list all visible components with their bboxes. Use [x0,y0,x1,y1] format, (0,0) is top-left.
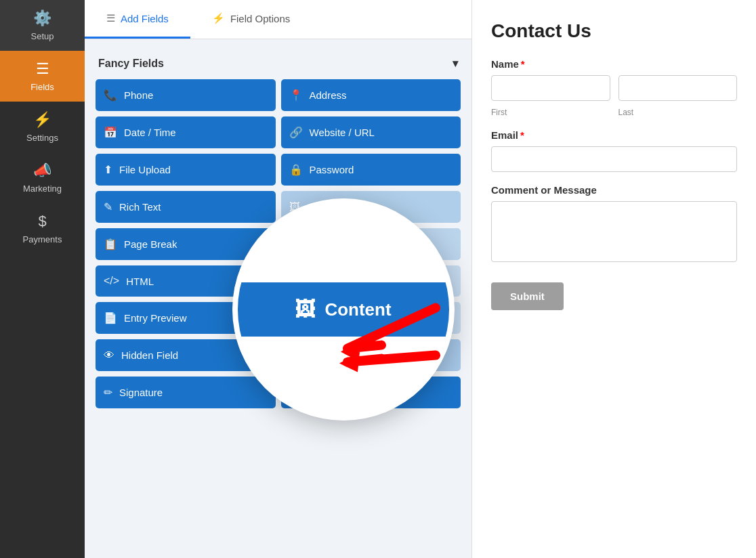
marketing-icon: 📣 [33,162,51,179]
name-inputs-row [491,75,737,101]
page-break-icon: 📋 [104,238,117,251]
hidden-field-icon: 👁 [104,349,114,362]
email-field-group: Email* [491,129,737,172]
name-required-star: * [521,58,525,70]
entry-preview-icon: 📄 [104,312,117,324]
field-file-upload-button[interactable]: ⬆ File Upload [96,154,276,186]
sidebar-item-marketing[interactable]: 📣 Marketing [0,152,85,203]
field-phone-button[interactable]: 📞 Phone [96,79,276,111]
field-signature-button[interactable]: ✏ Signature [96,377,276,408]
fields-icon: ☰ [36,60,49,78]
html-icon: </> [104,275,119,287]
name-field-group: Name* First Last [491,58,737,117]
section-header: Fancy Fields ▾ [96,50,461,79]
first-sublabel: First [491,108,610,117]
email-label: Email* [491,129,737,141]
form-preview: Contact Us Name* First Last Email* Comme… [471,0,756,558]
field-options-tab-icon: ⚡ [212,12,225,24]
form-title: Contact Us [491,20,737,42]
add-fields-tab-icon: ☰ [106,12,115,24]
field-rich-text-button[interactable]: ✎ Rich Text [96,191,276,223]
last-sublabel: Last [618,108,738,117]
password-icon: 🔒 [289,163,303,176]
address-icon: 📍 [289,89,303,102]
submit-button[interactable]: Submit [491,282,564,310]
phone-icon: 📞 [104,89,117,102]
panel-wrapper: Fancy Fields ▾ 📞 Phone 📍 Address 📅 Date … [85,39,471,558]
field-address-button[interactable]: 📍 Address [281,79,461,111]
sidebar-item-settings[interactable]: ⚡ Settings [0,102,85,152]
settings-icon: ⚡ [33,111,51,129]
message-label: Comment or Message [491,184,737,196]
content-highlight-icon: 🖼 [295,298,315,321]
sidebar-item-payments[interactable]: $ Payments [0,203,85,254]
sidebar-item-setup[interactable]: ⚙️ Setup [0,0,85,51]
datetime-icon: 📅 [104,126,117,139]
content-circle-highlight: 🖼 Content [235,201,452,418]
name-sublabels: First Last [491,105,737,117]
email-input[interactable] [491,146,737,172]
message-field-group: Comment or Message [491,184,737,265]
content-highlighted-button[interactable]: 🖼 Content [238,282,449,337]
payments-icon: $ [38,213,46,230]
gear-icon: ⚙️ [33,9,51,27]
file-upload-icon: ⬆ [104,163,112,176]
sidebar: ⚙️ Setup ☰ Fields ⚡ Settings 📣 Marketing… [0,0,85,558]
tabs-bar: ☰ Add Fields ⚡ Field Options [85,0,471,39]
rich-text-icon: ✎ [104,200,112,213]
fancy-fields-label: Fancy Fields [98,58,164,70]
tab-field-options[interactable]: ⚡ Field Options [190,0,312,39]
main-area: ☰ Add Fields ⚡ Field Options Fancy Field… [85,0,471,558]
field-website-button[interactable]: 🔗 Website / URL [281,116,461,148]
signature-icon: ✏ [104,386,112,399]
first-name-input[interactable] [491,75,610,101]
chevron-icon: ▾ [453,57,458,70]
last-name-input[interactable] [618,75,738,101]
email-required-star: * [520,129,524,141]
name-label: Name* [491,58,737,70]
website-icon: 🔗 [289,126,303,139]
field-datetime-button[interactable]: 📅 Date / Time [96,116,276,148]
field-password-button[interactable]: 🔒 Password [281,154,461,186]
sidebar-item-fields[interactable]: ☰ Fields [0,51,85,102]
message-textarea[interactable] [491,201,737,262]
tab-add-fields[interactable]: ☰ Add Fields [85,0,190,39]
content-highlight-label: Content [324,299,391,320]
